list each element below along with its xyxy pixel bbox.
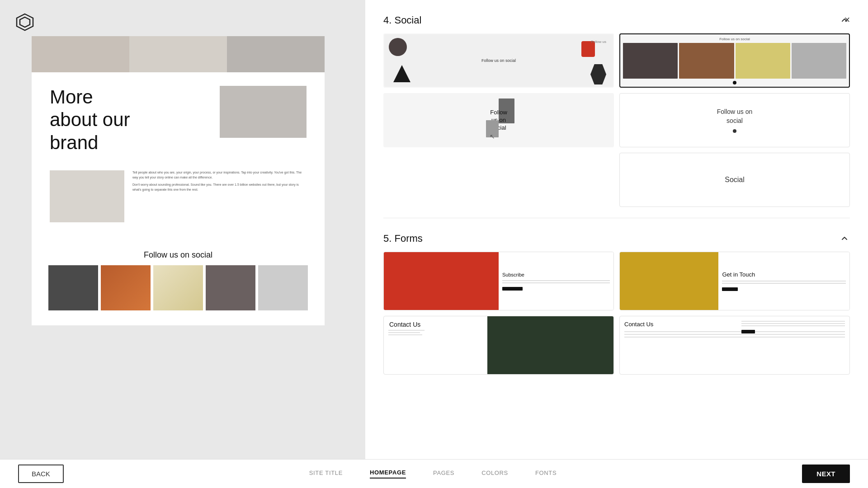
nav-step-colors[interactable]: COLORS bbox=[481, 469, 508, 478]
crf-line-3 bbox=[741, 325, 845, 326]
contact-right-fields bbox=[741, 321, 845, 333]
forms-section-header: 5. Forms bbox=[365, 218, 868, 252]
mosaic-text-follow: Follow us bbox=[591, 40, 606, 44]
cursor-icon: ↖ bbox=[490, 133, 495, 140]
preview-heading: More about our brand bbox=[50, 86, 212, 154]
forms-section-chevron[interactable] bbox=[839, 233, 850, 244]
c-line-1 bbox=[388, 330, 425, 331]
strip-1 bbox=[32, 36, 129, 72]
mosaic-text-label: Follow us on social bbox=[481, 58, 516, 63]
text-only-label: Follow us onsocial bbox=[717, 108, 753, 125]
mosaic-img-3 bbox=[393, 65, 410, 82]
social-template-plain[interactable]: Social bbox=[619, 153, 850, 207]
c-line-3 bbox=[388, 334, 422, 335]
subscribe-form: Subscribe bbox=[499, 252, 613, 310]
strip-2 bbox=[129, 36, 227, 72]
form-template-contact-right[interactable]: Contact Us bbox=[619, 316, 850, 375]
row-img-3 bbox=[736, 43, 790, 79]
git-line-2 bbox=[722, 283, 846, 284]
social-template-mosaic[interactable]: Follow us on social Follow us bbox=[383, 33, 614, 88]
subscribe-title: Subscribe bbox=[502, 272, 610, 277]
row-sel-images bbox=[620, 42, 849, 80]
forms-templates-grid: Subscribe Get in Touch Contact Us bbox=[365, 252, 868, 385]
form-template-contact-full[interactable]: Contact Us bbox=[383, 316, 614, 375]
social-template-text-only[interactable]: Follow us onsocial bbox=[619, 93, 850, 147]
row-img-1 bbox=[623, 43, 678, 79]
right-panel: × 4. Social Follow us on social Follow u… bbox=[365, 0, 868, 488]
get-in-touch-form: Get in Touch bbox=[718, 252, 849, 310]
subscribe-line-1 bbox=[502, 280, 610, 281]
preview-content: More about our brand Tell people about w… bbox=[32, 72, 325, 241]
social-template-row-selected[interactable]: Follow us on social bbox=[619, 33, 850, 88]
row-selected-content: Follow us on social bbox=[620, 34, 849, 87]
nav-step-homepage[interactable]: HOMEPAGE bbox=[370, 469, 406, 479]
bottom-nav: BACK SITE TITLE HOMEPAGE PAGES COLORS FO… bbox=[0, 459, 868, 488]
text-image-content: Follow us onsocial ↖ bbox=[495, 94, 502, 146]
social-templates-grid: Follow us on social Follow us Follow us … bbox=[365, 33, 868, 218]
next-button[interactable]: NEXT bbox=[802, 465, 850, 483]
social-img-3 bbox=[153, 265, 203, 310]
social-img-2 bbox=[101, 265, 151, 310]
social-img-1 bbox=[48, 265, 98, 310]
preview-top-image bbox=[32, 36, 325, 72]
c-line-2 bbox=[388, 332, 420, 333]
get-in-touch-title: Get in Touch bbox=[722, 271, 846, 278]
preview-image-a bbox=[220, 86, 307, 138]
contact-dark-img bbox=[487, 316, 613, 374]
social-img-4 bbox=[206, 265, 255, 310]
close-button[interactable]: × bbox=[840, 13, 854, 27]
plain-label: Social bbox=[725, 176, 745, 184]
preview-social-section: Follow us on social bbox=[32, 241, 325, 319]
contact-lines bbox=[388, 330, 425, 337]
social-img-5 bbox=[258, 265, 308, 310]
social-section-title: 4. Social bbox=[383, 14, 421, 26]
social-template-text-image[interactable]: Follow us onsocial ↖ bbox=[383, 93, 614, 147]
subscribe-line-2 bbox=[502, 282, 610, 283]
form-template-subscribe[interactable]: Subscribe bbox=[383, 252, 614, 310]
preview-row: More about our brand bbox=[50, 86, 307, 163]
crf-line-2 bbox=[741, 323, 845, 324]
preview-social-grid bbox=[32, 265, 325, 310]
plain-content: Social bbox=[620, 153, 849, 206]
mosaic-img-4 bbox=[590, 64, 606, 84]
crf-line-1 bbox=[741, 321, 845, 322]
back-button[interactable]: BACK bbox=[18, 465, 64, 483]
contact-right-content: Contact Us bbox=[620, 316, 849, 374]
cr-line-2 bbox=[624, 334, 845, 335]
cr-line-3 bbox=[624, 337, 845, 338]
nav-step-pages[interactable]: PAGES bbox=[433, 469, 454, 478]
social-section-header: 4. Social bbox=[365, 0, 868, 33]
strip-3 bbox=[227, 36, 325, 72]
preview-social-title: Follow us on social bbox=[32, 250, 325, 260]
logo bbox=[14, 11, 36, 33]
nav-step-site-title[interactable]: SITE TITLE bbox=[309, 469, 343, 478]
form-template-get-in-touch[interactable]: Get in Touch bbox=[619, 252, 850, 310]
mosaic-content: Follow us on social Follow us bbox=[384, 34, 613, 87]
preview-container: More about our brand Tell people about w… bbox=[32, 36, 325, 325]
subscribe-img bbox=[384, 252, 503, 310]
mosaic-img-1 bbox=[389, 38, 407, 56]
forms-section-title: 5. Forms bbox=[383, 233, 423, 244]
crf-btn bbox=[741, 330, 755, 333]
row-img-2 bbox=[679, 43, 734, 79]
preview-body-text: Tell people about who you are, your orig… bbox=[132, 170, 307, 192]
preview-image-b bbox=[50, 170, 124, 222]
row-sel-label: Follow us on social bbox=[620, 34, 849, 42]
text-only-dot bbox=[733, 129, 736, 133]
subscribe-btn bbox=[502, 287, 523, 291]
get-in-touch-img bbox=[620, 252, 723, 310]
contact-full-content: Contact Us bbox=[384, 316, 613, 374]
git-line-1 bbox=[722, 281, 846, 282]
text-only-content: Follow us onsocial bbox=[620, 94, 849, 147]
preview-panel: More about our brand Tell people about w… bbox=[0, 0, 365, 488]
row-img-4 bbox=[792, 43, 846, 79]
row-sel-dot bbox=[733, 81, 736, 84]
nav-step-fonts[interactable]: FONTS bbox=[535, 469, 557, 478]
nav-steps: SITE TITLE HOMEPAGE PAGES COLORS FONTS bbox=[309, 469, 557, 479]
git-btn bbox=[722, 287, 738, 291]
